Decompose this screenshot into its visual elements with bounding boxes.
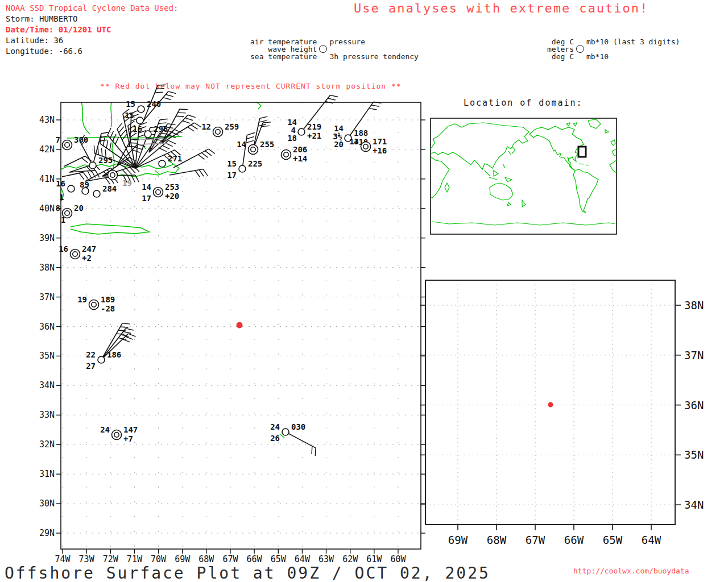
station-value: 189 xyxy=(101,295,115,304)
station-value: 12 xyxy=(201,122,211,131)
lon-axis-label: 67W xyxy=(222,554,238,564)
station-value: 19 xyxy=(77,295,87,304)
station-value: 15 xyxy=(126,99,135,109)
station-plot: 2227186 xyxy=(86,323,135,371)
station-circle-icon xyxy=(576,45,584,53)
station-plot: 2426030 xyxy=(270,422,316,456)
lat-axis-label: 41N xyxy=(39,174,55,184)
legend-unit-mb10: mb*10 xyxy=(585,53,681,60)
zoom-map: 69W68W67W66W65W64W38N37N36N35N34N xyxy=(420,280,704,546)
station-value: 295 xyxy=(98,156,113,165)
station-value: +18 xyxy=(354,138,368,147)
station-plot: 820 xyxy=(56,203,84,218)
zoom-lat-axis-label: 35N xyxy=(684,448,704,461)
station-value: 19 xyxy=(122,178,132,188)
station-value: 255 xyxy=(260,140,274,149)
station-value: 14 xyxy=(334,124,344,133)
station-plot: 206+14 xyxy=(282,145,308,163)
station-plot xyxy=(82,188,89,194)
station-value: 14 xyxy=(237,140,246,149)
station-value: 253 xyxy=(165,182,179,192)
station-value: 171 xyxy=(373,137,387,146)
lon-axis-label: 68W xyxy=(198,554,214,564)
page-title: Offshore Surface Plot at 09Z / OCT 02, 2… xyxy=(5,564,490,582)
station-value: 13 xyxy=(349,137,359,146)
zoom-lat-axis-label: 36N xyxy=(684,399,704,411)
station-plot: 14418219+21 xyxy=(287,95,338,143)
station-value: 14 xyxy=(287,118,297,127)
station-value: +20 xyxy=(165,192,179,201)
latitude-line: Latitude: 36 xyxy=(6,35,63,46)
station-value: 24 xyxy=(270,422,280,431)
lon-axis-label: 71W xyxy=(127,554,143,564)
station-value: 271 xyxy=(168,154,182,163)
buoydata-link[interactable]: http://coolwx.com/buoydata xyxy=(573,567,689,575)
station-value: 300 xyxy=(74,135,88,144)
zoom-lon-axis-label: 67W xyxy=(526,534,545,546)
longitude-line: Longitude: -66.6 xyxy=(6,46,82,57)
station-plot xyxy=(108,171,118,180)
station-value: 259 xyxy=(225,122,239,131)
station-value: +7 xyxy=(123,434,133,443)
station-value: 4 xyxy=(291,126,296,135)
legend-sea-temp: sea temperature xyxy=(249,53,318,60)
zoom-lon-axis-label: 66W xyxy=(564,534,584,546)
domain-locator-map xyxy=(431,118,617,234)
lon-axis-label: 64W xyxy=(295,554,311,564)
zoom-lon-axis-label: 64W xyxy=(642,534,661,546)
station-value: 1 xyxy=(59,193,64,202)
zoom-lat-axis-label: 34N xyxy=(684,498,704,511)
lon-axis-label: 65W xyxy=(271,554,287,564)
datetime-line: Date/Time: 01/1201 UTC xyxy=(6,24,111,35)
storm-position-dot xyxy=(237,322,243,329)
station-value: -28 xyxy=(101,304,115,313)
station-plot: 271 xyxy=(159,154,182,167)
domain-highlight-box xyxy=(578,147,586,157)
station-value: 14 xyxy=(142,182,151,192)
station-plot: 1417253+20 xyxy=(142,182,179,203)
lon-axis-label: 70W xyxy=(151,554,167,564)
station-plot: 15 xyxy=(125,111,143,124)
lat-axis-label: 30N xyxy=(39,498,55,509)
station-plot: 16247+2 xyxy=(59,244,96,263)
zoom-lat-axis-label: 38N xyxy=(684,299,704,311)
lat-axis-label: 40N xyxy=(39,203,55,214)
station-value: +21 xyxy=(307,131,321,140)
station-plots: 7300295152401516296271162848201417253+20… xyxy=(56,95,387,456)
legend-unit-mb10-last3: mb*10 (last 3 digits) xyxy=(585,38,681,45)
lon-axis-label: 72W xyxy=(103,554,119,564)
lon-axis-label: 63W xyxy=(318,554,334,564)
station-value: 284 xyxy=(102,184,117,193)
station-value: +14 xyxy=(293,154,307,163)
station-value: 16 xyxy=(59,244,68,253)
station-value: 20 xyxy=(334,140,344,149)
noaa-source-line: NOAA SSD Tropical Cyclone Data Used: xyxy=(6,3,178,14)
legend-3h-tendency: 3h pressure tendency xyxy=(328,53,420,60)
station-value: 206 xyxy=(293,145,307,154)
caution-banner: Use analyses with extreme caution! xyxy=(354,1,648,15)
lat-axis-label: 42N xyxy=(39,144,55,155)
station-value: 24 xyxy=(100,425,110,434)
station-value: 7 xyxy=(56,135,60,144)
station-plot: 19189-28 xyxy=(77,295,115,313)
lon-axis-label: 69W xyxy=(175,554,191,564)
station-value: 20 xyxy=(74,203,84,213)
station-value: 17 xyxy=(142,194,151,203)
station-plot: 284 xyxy=(93,184,117,197)
storm-position-warning: ** Red dot below may NOT represent CURRE… xyxy=(100,82,402,90)
lon-axis-label: 62W xyxy=(342,554,358,564)
lat-axis-label: 33N xyxy=(39,410,55,420)
lat-axis-label: 29N xyxy=(39,528,55,538)
station-value: 18 xyxy=(287,134,297,143)
station-plot: 295 xyxy=(80,132,113,169)
station-plot: 12259 xyxy=(201,122,239,137)
station-value: 26 xyxy=(270,434,280,443)
storm-position-dot xyxy=(548,402,553,408)
station-value: +2 xyxy=(82,253,92,263)
station-plot: 15240 xyxy=(126,99,161,113)
lat-axis-label: 38N xyxy=(39,263,55,273)
lat-axis-label: 39N xyxy=(39,233,55,243)
lat-axis-label: 35N xyxy=(39,351,55,361)
lat-axis-label: 36N xyxy=(39,322,55,332)
legend-station-model: air temperature pressure wave height sea… xyxy=(249,23,420,68)
